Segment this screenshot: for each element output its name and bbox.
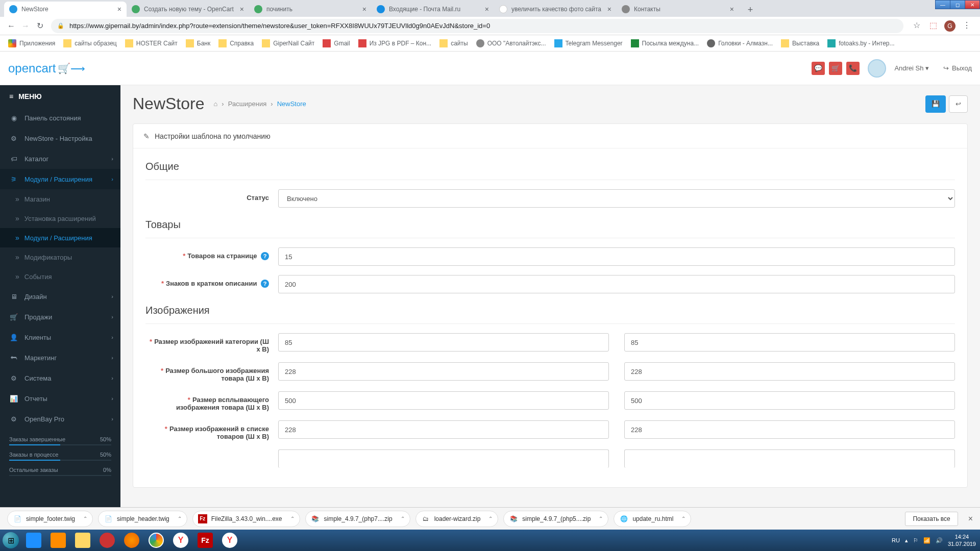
products-per-page-input[interactable] <box>278 247 955 266</box>
bookmark-item[interactable]: Telegram Messenger <box>551 38 626 49</box>
notification-button[interactable]: 💬 <box>812 62 825 75</box>
clock[interactable]: 14:2431.07.2019 <box>948 533 976 548</box>
sidebar-item-reports[interactable]: 📊Отчеты› <box>0 388 120 409</box>
download-item[interactable]: 📄simple_footer.twig⌃ <box>7 511 93 527</box>
bookmark-item[interactable]: Из JPG в PDF – Кон... <box>355 38 434 49</box>
bookmark-item[interactable]: HOSTER Сайт <box>122 38 181 49</box>
forward-button[interactable]: → <box>18 19 33 33</box>
sidebar-item-system[interactable]: ⚙Система› <box>0 368 120 388</box>
sidebar-subitem-events[interactable]: »События <box>0 267 120 286</box>
sidebar-item-marketing[interactable]: ⮪Маркетинг› <box>0 347 120 368</box>
download-item[interactable]: 📚simple_4.9.7_(php7....zip⌃ <box>305 511 410 527</box>
list-img-width-input[interactable] <box>278 420 609 439</box>
start-button[interactable]: ⊞ <box>0 530 21 551</box>
taskbar-ie[interactable] <box>21 530 46 551</box>
sidebar-item-customers[interactable]: 👤Клиенты› <box>0 327 120 347</box>
star-icon[interactable]: ☆ <box>912 20 922 31</box>
sidebar-subitem-extensions[interactable]: »Модули / Расширения <box>0 228 120 247</box>
username-dropdown[interactable]: Andrei Sh ▾ <box>894 64 929 72</box>
download-item[interactable]: 📄simple_header.twig⌃ <box>98 511 187 527</box>
browser-tab[interactable]: увеличить качество фото сайта× <box>494 2 617 17</box>
browser-tab[interactable]: Создать новую тему - OpenCart× <box>127 2 249 17</box>
sidebar-item-catalog[interactable]: 🏷Каталог› <box>0 148 120 169</box>
sidebar-item-newstore[interactable]: ⚙NewStore - Настройка <box>0 128 120 148</box>
avatar[interactable] <box>868 59 886 78</box>
menu-toggle[interactable]: ≡МЕНЮ <box>0 85 120 108</box>
bookmark-item[interactable]: Головки - Алмазн... <box>704 38 776 49</box>
show-all-downloads-button[interactable]: Показать все <box>905 512 958 526</box>
url-input[interactable]: 🔒 https://www.gipernail.by/admin/index.p… <box>51 19 903 33</box>
bookmark-item[interactable]: GiperNail Сайт <box>259 38 317 49</box>
sidebar-item-dashboard[interactable]: ◉Панель состояния <box>0 108 120 128</box>
big-img-width-input[interactable] <box>278 362 609 381</box>
tray-action-icon[interactable]: ⚐ <box>913 537 918 544</box>
browser-tab[interactable]: NewStore× <box>4 2 127 17</box>
tray-volume-icon[interactable]: 🔊 <box>936 537 943 544</box>
download-item[interactable]: FzFileZilla_3.43.0_win....exe⌃ <box>192 511 300 527</box>
bookmark-item[interactable]: ООО "Автолайтэкс... <box>473 38 549 49</box>
cat-img-height-input[interactable] <box>624 333 955 352</box>
reload-button[interactable]: ↻ <box>33 19 47 33</box>
cancel-button[interactable]: ↩ <box>949 95 968 113</box>
popup-img-height-input[interactable] <box>624 391 955 410</box>
close-icon[interactable]: × <box>730 5 734 13</box>
language-indicator[interactable]: RU <box>892 537 900 543</box>
save-button[interactable]: 💾 <box>925 95 946 113</box>
extra-height-input[interactable] <box>624 449 955 468</box>
list-img-height-input[interactable] <box>624 420 955 439</box>
taskbar-filezilla[interactable]: Fz <box>193 530 217 551</box>
bookmark-item[interactable]: Банк <box>183 38 213 49</box>
extension-icon[interactable]: ⬚ <box>928 20 938 31</box>
logout-button[interactable]: ↪Выход <box>943 64 972 72</box>
taskbar-yandex[interactable]: Y <box>168 530 193 551</box>
bookmark-item[interactable]: Выставка <box>778 38 822 49</box>
home-icon[interactable]: ⌂ <box>214 100 218 108</box>
taskbar-yandex2[interactable]: Y <box>217 530 242 551</box>
download-item[interactable]: 🗂loader-wizard.zip⌃ <box>415 511 499 527</box>
sidebar-item-openbay[interactable]: ⚙OpenBay Pro› <box>0 409 120 429</box>
download-item[interactable]: 🌐update_ru.html⌃ <box>614 511 691 527</box>
taskbar-firefox[interactable] <box>119 530 144 551</box>
taskbar-media[interactable] <box>46 530 70 551</box>
browser-tab[interactable]: Входящие - Почта Mail.ru× <box>372 2 494 17</box>
extra-width-input[interactable] <box>278 449 609 468</box>
sidebar-subitem-marketplace[interactable]: »Магазин <box>0 189 120 209</box>
menu-icon[interactable]: ⋮ <box>962 20 972 31</box>
taskbar-chrome[interactable] <box>144 530 168 551</box>
popup-img-width-input[interactable] <box>278 391 609 410</box>
profile-badge[interactable]: G <box>944 20 955 32</box>
download-item[interactable]: 📚simple_4.9.7_(php5....zip⌃ <box>503 511 608 527</box>
maximize-button[interactable]: ◻ <box>950 0 965 9</box>
bookmark-item[interactable]: Посылка междуна... <box>628 38 702 49</box>
new-tab-button[interactable]: + <box>743 3 757 17</box>
tray-flag-icon[interactable]: ▴ <box>905 537 908 544</box>
status-select[interactable]: Включено <box>278 189 955 208</box>
close-icon[interactable]: × <box>117 5 121 13</box>
help-icon[interactable]: ? <box>261 280 269 288</box>
help-icon[interactable]: ? <box>261 252 269 260</box>
sidebar-subitem-installer[interactable]: »Установка расширений <box>0 209 120 228</box>
bookmark-item[interactable]: сайты <box>436 38 471 49</box>
taskbar-opera[interactable] <box>95 530 119 551</box>
bookmark-item[interactable]: Справка <box>215 38 257 49</box>
bookmark-item[interactable]: сайты образец <box>60 38 120 49</box>
close-downloads-button[interactable]: × <box>968 514 973 523</box>
minimize-button[interactable]: — <box>935 0 950 9</box>
big-img-height-input[interactable] <box>624 362 955 381</box>
sidebar-item-sales[interactable]: 🛒Продажи› <box>0 307 120 327</box>
bookmark-item[interactable]: Gmail <box>320 38 353 49</box>
opencart-logo[interactable]: opencart 🛒⟶ <box>8 61 85 76</box>
orders-button[interactable]: 🛒 <box>829 62 842 75</box>
browser-tab[interactable]: починить× <box>249 2 372 17</box>
system-tray[interactable]: RU ▴ ⚐ 📶 🔊 14:2431.07.2019 <box>888 533 980 548</box>
bookmark-item[interactable]: fotoaks.by - Интер... <box>824 38 897 49</box>
support-button[interactable]: 📞 <box>846 62 860 75</box>
window-close-button[interactable]: ✕ <box>965 0 980 9</box>
browser-tab[interactable]: Контакты× <box>617 2 739 17</box>
close-icon[interactable]: × <box>240 5 244 13</box>
back-button[interactable]: ← <box>4 19 18 33</box>
close-icon[interactable]: × <box>362 5 366 13</box>
chevron-up-icon[interactable]: ⌃ <box>83 516 87 521</box>
short-desc-input[interactable] <box>278 275 955 293</box>
sidebar-subitem-modifications[interactable]: »Модификаторы <box>0 247 120 267</box>
